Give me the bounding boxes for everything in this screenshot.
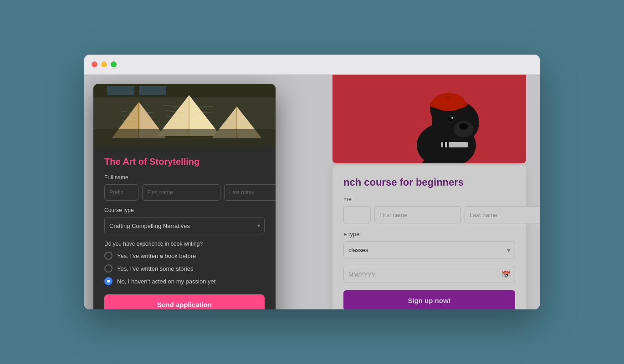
modal-prefix-input[interactable] (104, 184, 138, 201)
modal-fullname-label: Full name (104, 174, 265, 181)
modal-experience-label: Do you have experience in book writing? (104, 241, 265, 247)
traffic-light-red[interactable] (92, 61, 97, 67)
modal-coursetype-label: Course type (104, 207, 265, 213)
modal-card: The Art of Storytelling Full name Course… (93, 84, 276, 309)
modal-coursetype-group: Course type Crafting Compelling Narrativ… (104, 207, 265, 234)
modal-radio-item-3[interactable]: No, I haven't acted on my passion yet (104, 277, 265, 285)
modal-coursetype-select[interactable]: Crafting Compelling Narratives (104, 217, 265, 234)
modal-select-wrapper: Crafting Compelling Narratives ▾ (104, 217, 265, 234)
modal-radio-label-3: No, I haven't acted on my passion yet (117, 278, 215, 285)
modal-body: The Art of Storytelling Full name Course… (93, 147, 276, 309)
modal-radio-item-1[interactable]: Yes, I've written a book before (104, 252, 265, 260)
browser-content: nch course for beginners me e type class… (84, 75, 540, 309)
modal-firstname-input[interactable] (142, 184, 220, 201)
modal-lastname-input[interactable] (224, 184, 276, 201)
svg-rect-18 (107, 86, 134, 95)
modal-radio-label-2: Yes, I've written some stories (117, 265, 193, 272)
modal-radio-circle-1 (104, 252, 113, 260)
modal-hero-image (93, 84, 276, 147)
traffic-light-yellow[interactable] (101, 61, 107, 67)
browser-titlebar (84, 55, 540, 75)
modal-name-row (104, 184, 265, 201)
svg-rect-39 (93, 129, 276, 147)
traffic-light-green[interactable] (111, 61, 117, 67)
modal-radio-group: Yes, I've written a book before Yes, I'v… (104, 252, 265, 285)
modal-radio-label-1: Yes, I've written a book before (117, 253, 196, 259)
send-application-button[interactable]: Send application (104, 294, 265, 309)
modal-radio-circle-2 (104, 264, 113, 273)
modal-radio-item-2[interactable]: Yes, I've written some stories (104, 264, 265, 273)
svg-rect-19 (139, 86, 166, 95)
modal-title: The Art of Storytelling (104, 157, 265, 167)
modal-radio-circle-3 (104, 277, 113, 285)
browser-window: nch course for beginners me e type class… (84, 55, 540, 309)
